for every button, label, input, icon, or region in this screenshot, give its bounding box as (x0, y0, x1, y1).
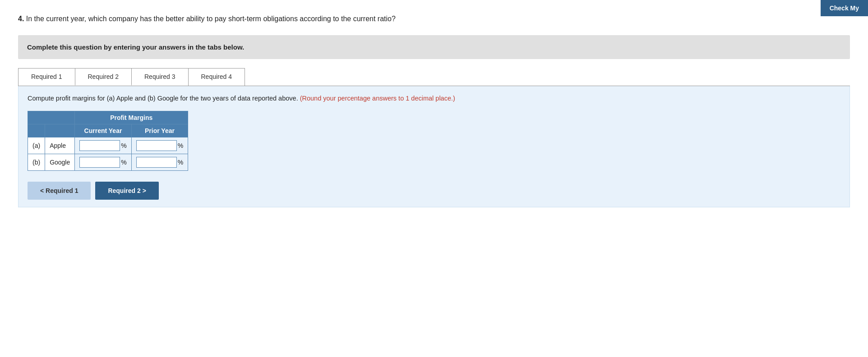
table-row: (b) Google % % (28, 154, 188, 171)
prior-year-header: Prior Year (131, 124, 188, 137)
row-index-b: (b) (28, 154, 45, 171)
empty-sub-2 (45, 124, 75, 137)
navigation-buttons: < Required 1 Required 2 > (28, 182, 840, 200)
empty-header-cell (28, 111, 75, 124)
apple-current-year-input[interactable] (79, 140, 120, 151)
google-current-year-input[interactable] (79, 157, 120, 168)
current-year-header: Current Year (75, 124, 131, 137)
apple-prior-percent-sign: % (178, 142, 183, 149)
instruction-text: Complete this question by entering your … (27, 43, 841, 51)
apple-current-percent-sign: % (121, 142, 126, 149)
description-red: (Round your percentage answers to 1 deci… (300, 95, 455, 102)
question-number: 4. (18, 15, 24, 23)
check-my-button[interactable]: Check My (821, 0, 868, 16)
tab-required-1[interactable]: Required 1 (18, 68, 75, 86)
google-current-percent-sign: % (121, 159, 126, 166)
row-index-a: (a) (28, 137, 45, 154)
tabs-bar: Required 1 Required 2 Required 3 Require… (18, 68, 850, 86)
profit-margins-table: Profit Margins Current Year Prior Year (… (28, 111, 188, 171)
question-text: 4. In the current year, which company ha… (18, 14, 850, 24)
apple-prior-year-input[interactable] (136, 140, 177, 151)
profit-margins-header: Profit Margins (75, 111, 188, 124)
table-row: (a) Apple % % (28, 137, 188, 154)
company-name-apple: Apple (45, 137, 75, 154)
apple-current-year-cell: % (75, 137, 131, 154)
tab-content-area: Compute profit margins for (a) Apple and… (18, 86, 850, 207)
google-prior-percent-sign: % (178, 159, 183, 166)
empty-sub-1 (28, 124, 45, 137)
tab-description: Compute profit margins for (a) Apple and… (28, 93, 840, 104)
tab-required-2[interactable]: Required 2 (75, 68, 132, 86)
tab-required-3[interactable]: Required 3 (131, 68, 189, 86)
google-current-year-cell: % (75, 154, 131, 171)
tab-required-4[interactable]: Required 4 (188, 68, 245, 86)
next-button[interactable]: Required 2 > (95, 182, 158, 200)
company-name-google: Google (45, 154, 75, 171)
description-plain: Compute profit margins for (a) Apple and… (28, 95, 300, 102)
google-prior-year-cell: % (131, 154, 188, 171)
instruction-box: Complete this question by entering your … (18, 35, 850, 59)
apple-prior-year-cell: % (131, 137, 188, 154)
question-body: In the current year, which company has t… (26, 15, 396, 23)
prev-button[interactable]: < Required 1 (28, 182, 91, 200)
google-prior-year-input[interactable] (136, 157, 177, 168)
